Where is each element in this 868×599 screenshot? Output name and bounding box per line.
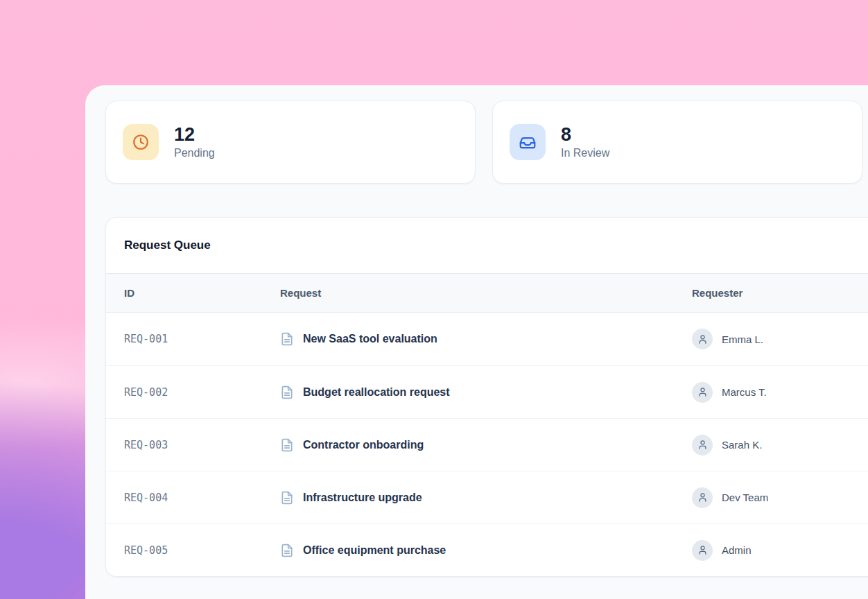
request-title: Budget reallocation request (303, 386, 450, 399)
request-title: Contractor onboarding (303, 439, 424, 451)
stat-text-pending: 12 Pending (174, 125, 215, 160)
requester-name: Marcus T. (722, 386, 767, 398)
column-header-id: ID (106, 287, 280, 299)
table-row[interactable]: REQ-002 Budget reallocation request Marc… (106, 365, 868, 418)
user-icon (692, 382, 713, 403)
requester-cell: Marcus T. (692, 382, 868, 403)
stat-card-pending: 12 Pending (105, 101, 476, 184)
requester-name: Emma L. (722, 333, 763, 345)
file-text-icon (280, 438, 294, 452)
column-header-request: Request (280, 287, 692, 299)
request-cell: Office equipment purchase (280, 544, 692, 557)
in-review-count: 8 (561, 125, 609, 146)
file-text-icon (280, 332, 294, 346)
pending-label: Pending (174, 147, 215, 159)
requester-name: Sarah K. (722, 439, 762, 451)
requester-cell: Dev Team (692, 487, 868, 508)
request-id: REQ-005 (106, 544, 280, 557)
request-title: New SaaS tool evaluation (303, 333, 437, 345)
page-title: Request Queue (124, 238, 211, 252)
user-icon (692, 487, 713, 508)
user-icon (692, 540, 713, 561)
table-row[interactable]: REQ-003 Contractor onboarding Sarah K. (106, 418, 868, 471)
stat-text-in-review: 8 In Review (561, 125, 609, 160)
requester-cell: Emma L. (692, 329, 868, 349)
request-cell: Contractor onboarding (280, 438, 692, 452)
request-cell: Infrastructure upgrade (280, 491, 692, 505)
request-cell: Budget reallocation request (280, 385, 692, 399)
stats-row: 12 Pending 8 In Review (105, 101, 862, 184)
requester-name: Admin (722, 544, 752, 556)
request-title: Infrastructure upgrade (303, 492, 422, 504)
table-header-row: ID Request Requester (106, 273, 868, 313)
inbox-icon (510, 124, 546, 160)
user-icon (692, 435, 713, 455)
requester-name: Dev Team (722, 492, 768, 503)
request-queue-card: Request Queue ID Request Requester REQ-0… (105, 217, 868, 577)
table-row[interactable]: REQ-004 Infrastructure upgrade Dev Team (106, 471, 868, 523)
stat-card-in-review: 8 In Review (492, 101, 862, 184)
column-header-requester: Requester (692, 287, 868, 299)
request-id: REQ-001 (106, 333, 280, 345)
card-header: Request Queue (106, 218, 868, 273)
requester-cell: Admin (692, 540, 868, 561)
table-row[interactable]: REQ-001 New SaaS tool evaluation Emma L. (106, 313, 868, 365)
content-panel: 12 Pending 8 In Review Request Queue ID … (85, 85, 868, 599)
requester-cell: Sarah K. (692, 435, 868, 455)
user-icon (692, 329, 713, 349)
file-text-icon (280, 491, 294, 505)
file-text-icon (280, 385, 294, 399)
table-row[interactable]: REQ-005 Office equipment purchase Admin (106, 523, 868, 576)
in-review-label: In Review (561, 147, 609, 159)
file-text-icon (280, 544, 294, 557)
request-id: REQ-003 (106, 439, 280, 451)
request-id: REQ-002 (106, 386, 280, 399)
request-title: Office equipment purchase (303, 544, 446, 557)
clock-icon (123, 124, 159, 160)
request-cell: New SaaS tool evaluation (280, 332, 692, 346)
request-id: REQ-004 (106, 492, 280, 504)
pending-count: 12 (174, 125, 215, 146)
